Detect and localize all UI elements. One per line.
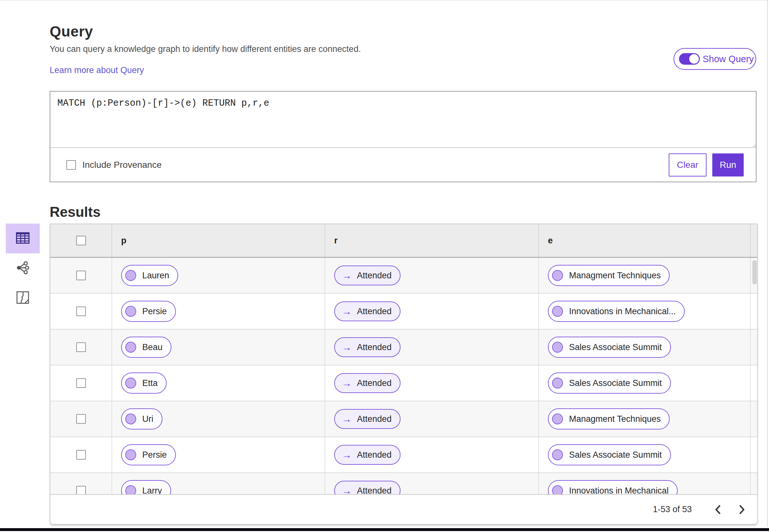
- entity-pill[interactable]: Innovations in Mechanical...: [548, 301, 685, 322]
- entity-pill[interactable]: Persie: [121, 444, 176, 465]
- pagination-bar: 1-53 of 53: [50, 494, 757, 524]
- row-checkbox[interactable]: [76, 450, 86, 460]
- node-circle-icon: [552, 342, 563, 353]
- relation-pill[interactable]: → Attended: [334, 481, 401, 495]
- entity-pill[interactable]: Lauren: [121, 265, 178, 286]
- arrow-right-icon: →: [342, 307, 352, 316]
- relation-pill[interactable]: → Attended: [334, 409, 401, 429]
- view-switcher: [6, 224, 40, 313]
- results-title: Results: [50, 204, 101, 220]
- table-row: Lauren → Attended Managment Techniques: [50, 258, 757, 294]
- table-view-button[interactable]: [6, 224, 40, 253]
- show-query-label: Show Query: [703, 54, 754, 64]
- node-circle-icon: [125, 306, 136, 317]
- entity-pill[interactable]: Uri: [121, 408, 162, 430]
- scrollbar-gutter-cell: [751, 401, 757, 437]
- node-circle-icon: [125, 378, 136, 389]
- column-header-r: r: [325, 224, 539, 257]
- arrow-right-icon: →: [342, 378, 352, 388]
- column-header-p: p: [112, 224, 325, 257]
- bottom-dark-bar: [0, 528, 769, 531]
- arrow-right-icon: →: [342, 486, 352, 495]
- node-circle-icon: [125, 270, 136, 281]
- table-row: Beau → Attended Sales Associate Summit: [50, 330, 757, 365]
- relation-pill[interactable]: → Attended: [334, 301, 401, 321]
- arrow-right-icon: →: [342, 271, 352, 281]
- entity-pill[interactable]: Etta: [121, 372, 167, 394]
- graph-view-button[interactable]: [6, 253, 40, 283]
- node-circle-icon: [552, 413, 563, 424]
- page-range-label: 1-53 of 53: [653, 504, 692, 514]
- arrow-right-icon: →: [342, 450, 352, 460]
- entity-pill[interactable]: Managment Techniques: [548, 265, 670, 286]
- page-right-border: [767, 0, 768, 527]
- row-checkbox[interactable]: [76, 414, 86, 424]
- table-body: Lauren → Attended Managment Techniques P…: [50, 258, 757, 495]
- scrollbar-gutter-cell: [751, 473, 757, 495]
- page-description: You can query a knowledge graph to ident…: [50, 44, 361, 54]
- node-circle-icon: [125, 413, 136, 424]
- table-header: p r e: [50, 224, 757, 258]
- page-top-border: [0, 0, 769, 1]
- clear-button[interactable]: Clear: [669, 153, 707, 176]
- scrollbar-gutter-cell: [751, 330, 757, 365]
- page-title: Query: [50, 23, 93, 40]
- map-view-button[interactable]: [6, 283, 40, 313]
- relation-pill[interactable]: → Attended: [334, 445, 401, 465]
- toggle-knob: [688, 53, 700, 65]
- select-all-checkbox[interactable]: [76, 236, 86, 245]
- table-row: Etta → Attended Sales Associate Summit: [50, 365, 757, 401]
- scrollbar-gutter-header: [751, 224, 760, 257]
- learn-more-link[interactable]: Learn more about Query: [50, 65, 144, 75]
- scrollbar-gutter-cell: [751, 437, 757, 472]
- entity-pill[interactable]: Innovations in Mechanical: [548, 480, 678, 495]
- entity-pill[interactable]: Beau: [121, 337, 171, 358]
- include-provenance-label: Include Provenance: [82, 160, 162, 170]
- toggle-switch-icon[interactable]: [679, 53, 699, 65]
- scrollbar-gutter-cell: [751, 365, 757, 401]
- node-circle-icon: [552, 270, 563, 281]
- query-footer: Include Provenance Clear Run: [50, 148, 756, 182]
- row-checkbox[interactable]: [76, 307, 86, 316]
- node-circle-icon: [552, 378, 563, 389]
- node-circle-icon: [552, 306, 563, 317]
- relation-pill[interactable]: → Attended: [334, 266, 401, 285]
- row-checkbox[interactable]: [76, 486, 86, 495]
- relation-pill[interactable]: → Attended: [334, 373, 401, 393]
- table-icon: [15, 232, 30, 246]
- results-table: p r e Lauren → Attended Managment Techni…: [50, 224, 758, 525]
- previous-page-button[interactable]: [712, 503, 723, 517]
- node-circle-icon: [552, 485, 563, 495]
- column-header-e: e: [539, 224, 751, 257]
- entity-pill[interactable]: Sales Associate Summit: [548, 337, 671, 358]
- table-row: Larry → Attended Innovations in Mechanic…: [50, 473, 757, 495]
- entity-pill[interactable]: Sales Associate Summit: [548, 444, 671, 465]
- row-checkbox[interactable]: [76, 342, 86, 352]
- query-editor-panel: MATCH (p:Person)-[r]->(e) RETURN p,r,e I…: [50, 91, 757, 182]
- include-provenance-checkbox[interactable]: [66, 160, 76, 170]
- arrow-right-icon: →: [342, 414, 352, 424]
- node-circle-icon: [552, 449, 563, 460]
- row-checkbox[interactable]: [76, 378, 86, 388]
- network-graph-icon: [15, 260, 30, 276]
- entity-pill[interactable]: Persie: [121, 301, 176, 322]
- node-circle-icon: [125, 342, 136, 353]
- map-icon: [16, 291, 30, 306]
- node-circle-icon: [125, 449, 136, 460]
- scrollbar-gutter-cell: [751, 294, 757, 329]
- vertical-scrollbar-thumb[interactable]: [752, 260, 757, 284]
- table-row: Uri → Attended Managment Techniques: [50, 401, 757, 437]
- query-input[interactable]: MATCH (p:Person)-[r]->(e) RETURN p,r,e: [50, 92, 756, 148]
- arrow-right-icon: →: [342, 342, 352, 352]
- entity-pill[interactable]: Managment Techniques: [548, 408, 670, 430]
- next-page-button[interactable]: [737, 503, 748, 517]
- relation-pill[interactable]: → Attended: [334, 337, 401, 357]
- entity-pill[interactable]: Sales Associate Summit: [548, 372, 671, 394]
- show-query-toggle[interactable]: Show Query: [674, 48, 756, 70]
- run-button[interactable]: Run: [712, 153, 744, 176]
- node-circle-icon: [125, 485, 136, 495]
- table-row: Persie → Attended Sales Associate Summit: [50, 437, 757, 473]
- entity-pill[interactable]: Larry: [121, 480, 171, 495]
- table-row: Persie → Attended Innovations in Mechani…: [50, 294, 757, 330]
- row-checkbox[interactable]: [76, 271, 86, 280]
